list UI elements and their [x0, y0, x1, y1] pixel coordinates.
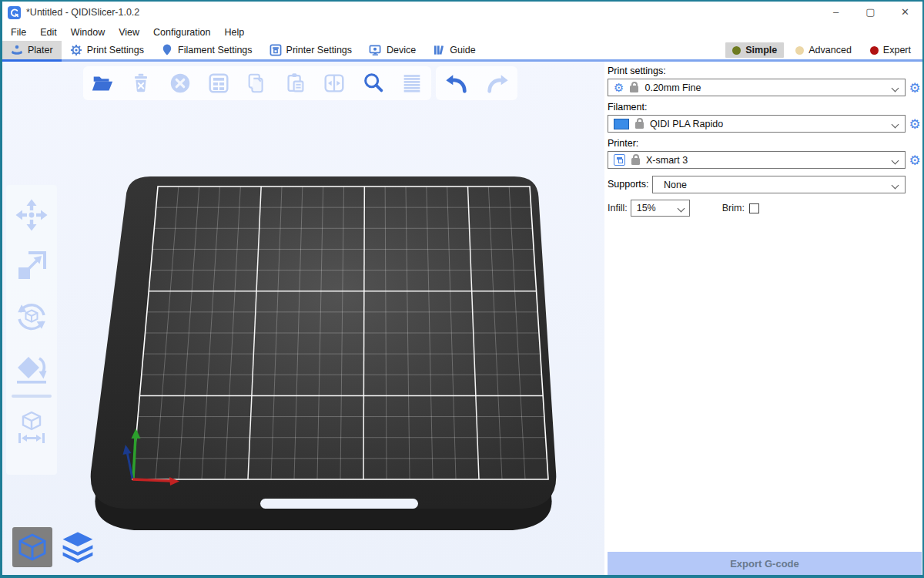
- place-on-face-icon: [13, 349, 50, 386]
- supports-select[interactable]: None: [652, 176, 906, 193]
- copy-button[interactable]: [240, 66, 274, 100]
- search-button[interactable]: [357, 66, 390, 100]
- print-settings-value: 0.20mm Fine: [644, 82, 701, 93]
- printer-select[interactable]: X-smart 3: [608, 151, 906, 169]
- variable-layer-height-button[interactable]: [395, 66, 429, 100]
- delete-all-button[interactable]: [163, 66, 197, 100]
- cube-3d-icon: [15, 530, 49, 564]
- window-controls: – ▢ ✕: [819, 2, 922, 23]
- filament-select[interactable]: QIDI PLA Rapido: [608, 115, 906, 133]
- tab-device[interactable]: Device: [360, 41, 424, 59]
- tab-label: Printer Settings: [286, 45, 352, 55]
- printer-row: X-smart 3 ⚙: [608, 151, 922, 169]
- maximize-button[interactable]: ▢: [853, 2, 888, 23]
- minimize-button[interactable]: –: [819, 2, 853, 23]
- lock-icon: [631, 158, 640, 165]
- chevron-down-icon: [892, 121, 899, 129]
- split-to-objects-button[interactable]: [317, 66, 351, 100]
- plater-icon: [11, 44, 23, 56]
- app-window: *Untitled - QIDISlicer-1.0.2 – ▢ ✕ File …: [0, 0, 924, 578]
- filament-settings-icon: [161, 44, 173, 56]
- printer-settings-icon: [270, 44, 282, 56]
- printer-value: X-smart 3: [646, 155, 688, 166]
- move-icon: [13, 197, 50, 234]
- view-3d-editor-button[interactable]: [12, 527, 52, 567]
- app-icon: [8, 6, 21, 19]
- arrange-button[interactable]: [202, 66, 236, 100]
- scale-icon: [13, 247, 50, 284]
- tab-bar: Plater Print Settings Filament Settings …: [2, 41, 922, 62]
- infill-select[interactable]: 15%: [631, 200, 690, 217]
- filament-value: QIDI PLA Rapido: [650, 119, 723, 129]
- chevron-down-icon: [677, 205, 685, 213]
- tab-label: Guide: [450, 45, 475, 55]
- undo-button[interactable]: [440, 66, 474, 100]
- menu-item-configuration[interactable]: Configuration: [146, 27, 217, 38]
- lock-icon: [630, 86, 638, 92]
- tab-label: Plater: [28, 45, 53, 55]
- menu-item-window[interactable]: Window: [64, 27, 112, 38]
- paste-button[interactable]: [279, 66, 313, 100]
- mode-simple[interactable]: Simple: [725, 42, 784, 58]
- arrange-icon: [206, 71, 231, 96]
- mode-label: Simple: [745, 45, 777, 55]
- open-button[interactable]: [85, 66, 119, 100]
- menu-item-edit[interactable]: Edit: [33, 27, 64, 38]
- device-icon: [369, 44, 382, 56]
- menu-item-help[interactable]: Help: [217, 27, 251, 38]
- copy-icon: [245, 71, 270, 96]
- gear-icon: ⚙: [614, 82, 624, 93]
- tab-printer-settings[interactable]: Printer Settings: [261, 41, 360, 59]
- move-button[interactable]: [9, 190, 54, 240]
- filament-label: Filament:: [608, 102, 922, 113]
- brim-label: Brim:: [722, 203, 745, 213]
- guide-icon: [433, 44, 445, 56]
- mode-advanced[interactable]: Advanced: [788, 42, 859, 58]
- print-settings-icon: [70, 44, 82, 56]
- tab-plater[interactable]: Plater: [2, 41, 62, 59]
- sidebar: Print settings: ⚙ 0.20mm Fine ⚙ Filament…: [604, 62, 922, 575]
- mode-expert[interactable]: Expert: [863, 42, 918, 58]
- tab-guide[interactable]: Guide: [424, 41, 484, 59]
- simple-mode-dot-icon: [732, 46, 741, 55]
- view-preview-button[interactable]: [58, 527, 98, 567]
- mode-label: Advanced: [808, 45, 852, 55]
- variable-layer-height-icon: [400, 71, 424, 96]
- tab-print-settings[interactable]: Print Settings: [62, 41, 152, 59]
- redo-button[interactable]: [480, 66, 514, 100]
- printer-gear-button[interactable]: ⚙: [907, 153, 922, 168]
- paste-icon: [283, 71, 308, 96]
- chevron-down-icon: [892, 157, 899, 165]
- filament-gear-button[interactable]: ⚙: [907, 116, 922, 132]
- search-icon: [361, 71, 386, 96]
- delete-all-icon: [168, 71, 192, 96]
- menu-item-file[interactable]: File: [4, 27, 33, 38]
- undo-icon: [444, 71, 470, 96]
- tab-filament-settings[interactable]: Filament Settings: [152, 41, 261, 59]
- bed-handle-slot: [260, 499, 418, 509]
- window-title: *Untitled - QIDISlicer-1.0.2: [26, 7, 819, 18]
- print-settings-gear-button[interactable]: ⚙: [907, 80, 922, 96]
- print-settings-select[interactable]: ⚙ 0.20mm Fine: [608, 79, 906, 96]
- open-folder-icon: [90, 71, 115, 96]
- main-area: Print settings: ⚙ 0.20mm Fine ⚙ Filament…: [2, 62, 922, 575]
- rotate-button[interactable]: [9, 291, 54, 342]
- chevron-down-icon: [892, 182, 899, 190]
- expert-mode-dot-icon: [870, 46, 879, 55]
- delete-button[interactable]: [124, 66, 158, 100]
- tab-label: Device: [387, 45, 416, 55]
- brim-checkbox[interactable]: [749, 203, 759, 213]
- viewport-3d[interactable]: [2, 62, 604, 575]
- infill-row: Infill: 15% Brim:: [608, 200, 922, 217]
- export-gcode-button[interactable]: Export G-code: [608, 552, 922, 575]
- close-button[interactable]: ✕: [888, 2, 922, 23]
- tab-label: Print Settings: [87, 45, 144, 55]
- toolbar-separator: [12, 395, 52, 398]
- scale-button[interactable]: [9, 240, 54, 291]
- place-on-face-button[interactable]: [9, 342, 54, 393]
- measure-button[interactable]: [9, 402, 54, 453]
- mode-switcher: Simple Advanced Expert: [725, 41, 922, 59]
- object-manipulation-toolbar: [6, 185, 57, 475]
- menu-item-view[interactable]: View: [112, 27, 146, 38]
- layers-preview-icon: [59, 529, 96, 566]
